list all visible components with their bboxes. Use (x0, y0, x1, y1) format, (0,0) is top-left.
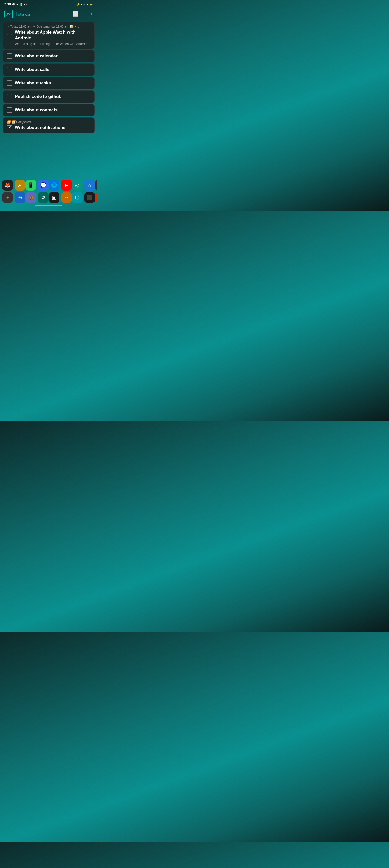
featured-task-repeat: N... (74, 25, 79, 28)
dock-group-7: 🦋 ↺ (25, 192, 49, 203)
dot-icon: • (26, 3, 27, 6)
dock-group-5: 📷 ▲ (95, 180, 97, 191)
task-3-checkbox[interactable] (7, 81, 12, 86)
repeat-icon: 🔁 (70, 25, 73, 28)
featured-task-meta: ↦ Today 11:00 am → Due tomorrow 12:00 am… (7, 25, 90, 28)
status-bar-left: 7:38 💬 ✉ 🔋 ▪ • (4, 2, 27, 6)
start-time-icon: ↦ (7, 25, 9, 28)
arrow-icon: → (32, 25, 35, 28)
app-header-left: jtx Tasks (4, 10, 30, 18)
dock-group-1: 🦊 jtx (2, 180, 25, 191)
task-4-label: Publish code to github (15, 94, 61, 99)
completed-task[interactable]: 🔁 🔁 Completed Write about notifications (3, 117, 94, 133)
smart-app-icon[interactable]: ⬡ (72, 192, 83, 203)
task-item-3[interactable]: Write about tasks (3, 77, 94, 89)
featured-task-description: Write a blog about using Apple Watch wit… (15, 42, 90, 46)
task-2-label: Write about calls (15, 67, 50, 72)
edge-icon[interactable]: 🌐 (49, 180, 59, 191)
qr-scanner-icon[interactable]: ◎ (72, 180, 83, 191)
signal2-icon: ▲ (86, 3, 89, 6)
dock-group-4: ◎ ⌂ (72, 180, 95, 191)
app-logo: jtx (4, 10, 13, 18)
completed-task-title-row: Write about notifications (7, 125, 90, 130)
battery-alert-icon: 🔋 (20, 3, 23, 6)
stop-app-icon[interactable]: ⬛ (84, 192, 95, 203)
copilot-icon[interactable]: ⊛ (15, 192, 25, 203)
dock-group-8: ▣ JBL (49, 192, 72, 203)
completed-repeat-icon: 🔁 (7, 120, 10, 124)
app-grid-icon[interactable]: ⊞ (2, 192, 13, 203)
sms-icon: 💬 (12, 3, 15, 6)
task-2-checkbox[interactable] (7, 67, 12, 72)
notetaker-icon[interactable]: ▣ (49, 192, 59, 203)
featured-task-title-row: Write about Apple Watch with Android (7, 30, 90, 41)
task-item-1[interactable]: Write about calendar (3, 50, 94, 62)
task-item-2[interactable]: Write about calls (3, 63, 94, 76)
task-item-5[interactable]: Write about contacts (3, 104, 94, 116)
gmail-icon: ✉ (16, 3, 18, 6)
status-time: 7:38 (4, 2, 11, 6)
signal1-icon: ▲ (83, 3, 85, 6)
whatsapp-icon[interactable]: 📱 (25, 180, 36, 191)
dock-group-2: 📱 💬 (25, 180, 49, 191)
key-icon: 🔑 (77, 3, 80, 6)
navigation-pill (35, 205, 62, 206)
task-4-checkbox[interactable] (7, 94, 12, 99)
jbl-icon[interactable]: JBL (61, 192, 72, 203)
add-icon[interactable]: + (90, 11, 93, 17)
dock-group-6: ⊞ ⊛ (2, 192, 25, 203)
dock-row-2: ⊞ ⊛ 🦋 ↺ ▣ JBL ⬡ ⬛ CC 🐦 (2, 192, 95, 203)
dock-group-3: 🌐 ▶ (49, 180, 72, 191)
task-list: ↦ Today 11:00 am → Due tomorrow 12:00 am… (0, 22, 97, 133)
dock-group-9: ⬡ ⬛ (72, 192, 95, 203)
status-bar: 7:38 💬 ✉ 🔋 ▪ • 🔑 ▾ ▲ ▲ ⚡ (0, 0, 97, 7)
dock-row-1: 🦊 jtx 📱 💬 🌐 ▶ ◎ ⌂ 📷 ▲ (2, 180, 95, 191)
completed-task-meta: 🔁 🔁 Completed (7, 120, 90, 124)
open-external-icon[interactable]: ⬜ (73, 11, 79, 17)
app-title: Tasks (15, 10, 30, 18)
completed-task-checkbox[interactable] (7, 125, 12, 130)
dock: 🦊 jtx 📱 💬 🌐 ▶ ◎ ⌂ 📷 ▲ ⊞ ⊛ 🦋 ↺ ▣ (0, 180, 97, 206)
app-header-right: ⬜ ≡ + (73, 11, 93, 17)
dock-group-10: CC 🐦 (95, 192, 97, 203)
task-1-checkbox[interactable] (7, 54, 12, 59)
battery-charging-icon: ⚡ (90, 3, 93, 6)
completed-task-label: Write about notifications (15, 125, 65, 130)
cc-app-icon[interactable]: CC (95, 192, 97, 203)
refresh-app-icon[interactable]: ↺ (38, 192, 49, 203)
completed-label: 🔁 Completed (11, 120, 30, 124)
task-1-label: Write about calendar (15, 54, 58, 59)
youtube-icon[interactable]: ▶ (61, 180, 72, 191)
app-header: jtx Tasks ⬜ ≡ + (0, 7, 97, 22)
status-bar-right: 🔑 ▾ ▲ ▲ ⚡ (77, 3, 93, 6)
featured-task-checkbox[interactable] (7, 30, 12, 35)
butterfly-icon[interactable]: 🦋 (25, 192, 36, 203)
battery-icon: ▪ (24, 3, 25, 6)
smart-home-icon[interactable]: ⌂ (84, 180, 95, 191)
featured-task-due: Due tomorrow 12:00 am (36, 25, 68, 28)
jtx-board-icon[interactable]: jtx (15, 180, 25, 191)
camera-icon[interactable]: 📷 (95, 180, 97, 191)
wifi-icon: ▾ (81, 3, 82, 6)
fox-browser-icon[interactable]: 🦊 (2, 180, 13, 191)
signal-icon[interactable]: 💬 (38, 180, 49, 191)
task-5-label: Write about contacts (15, 108, 58, 113)
featured-task-title: Write about Apple Watch with Android (15, 30, 90, 41)
filter-icon[interactable]: ≡ (83, 11, 86, 17)
featured-task-start: Today 11:00 am (10, 25, 31, 28)
task-5-checkbox[interactable] (7, 107, 12, 113)
featured-task[interactable]: ↦ Today 11:00 am → Due tomorrow 12:00 am… (3, 22, 94, 49)
task-3-label: Write about tasks (15, 81, 51, 86)
task-item-4[interactable]: Publish code to github (3, 90, 94, 103)
